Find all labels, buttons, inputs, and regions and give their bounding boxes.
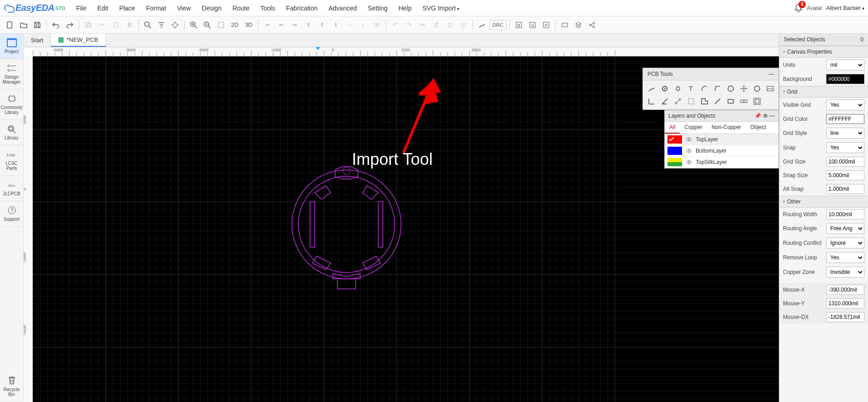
share-button[interactable] [586,19,598,31]
layers-panel[interactable]: Layers and Objects 📌 ⚙ — All Copper Non-… [664,110,779,169]
sidebar-jlcpcb[interactable]: JoLc JLCPCB [0,176,23,201]
align-right-button[interactable]: ➡ [288,19,301,31]
crosshair-button[interactable] [169,19,181,31]
menu-view[interactable]: View [172,2,196,15]
notifications-button[interactable]: 6 [794,4,803,13]
menu-fabrication[interactable]: Fabrication [281,2,323,15]
filter-button[interactable] [155,19,168,31]
find-button[interactable] [141,19,154,31]
menu-place[interactable]: Place [114,2,140,15]
menu-help[interactable]: Help [393,2,417,15]
routing-conflict-select[interactable]: Ignore [826,238,864,248]
layers-button[interactable] [572,19,585,31]
measure-tool[interactable] [711,95,724,108]
grid-size-input[interactable] [826,157,864,167]
layer-tab-all[interactable]: All [665,122,680,134]
units-select[interactable]: mil [826,60,864,70]
circle-tool[interactable] [724,82,737,95]
rotate-left-button[interactable]: ↶ [389,19,401,31]
dist-h-button[interactable]: ↔ [343,19,356,31]
layer-tab-noncopper[interactable]: Non-Copper [707,122,746,134]
grid-color-input[interactable]: #FFFFFF [826,114,864,124]
ungroup-tool[interactable] [750,95,763,108]
rotate-right-button[interactable]: ↷ [402,19,415,31]
pad-tool[interactable] [658,82,671,95]
canvas-origin-tool[interactable] [645,95,658,108]
menu-design[interactable]: Design [196,2,227,15]
tab-start[interactable]: Start [24,34,51,47]
pick-place-button[interactable]: P [540,19,552,31]
group-tool[interactable] [737,95,750,108]
cut-button[interactable]: ✂ [95,19,108,31]
snap-size-input[interactable] [826,170,864,180]
layer-row-bottom[interactable]: BottomLayer [665,145,778,157]
arc-center-tool[interactable] [711,82,724,95]
view-2d-button[interactable]: 2D [228,20,241,30]
solid-region-tool[interactable] [697,95,711,108]
connect-pad-tool[interactable] [671,95,684,108]
fit-button[interactable] [215,19,227,31]
layer-tab-object[interactable]: Object [746,122,771,134]
sidebar-support[interactable]: ? Support [0,201,23,227]
copper-area-tool[interactable] [684,95,697,108]
paste-button[interactable]: 📋 [109,19,122,31]
group-button[interactable]: ⊡ [443,19,456,31]
menu-advanced[interactable]: Advanced [323,2,362,15]
user-menu[interactable]: Albert Barber [826,5,864,11]
menu-edit[interactable]: Edit [92,2,114,15]
gear-icon[interactable]: ⚙ [763,113,768,119]
delete-button[interactable]: 🗑 [123,19,135,31]
menu-svg-import[interactable]: SVG Import [417,2,465,15]
rect-tool[interactable] [724,95,737,108]
eye-icon[interactable] [686,148,692,154]
eye-icon[interactable] [686,159,692,165]
minimize-icon[interactable]: — [768,71,774,77]
undo-button[interactable] [50,19,62,31]
redo-button[interactable] [63,19,76,31]
arc-tool[interactable] [697,82,711,95]
move-tool[interactable] [737,82,750,95]
ungroup-button[interactable]: ⊟ [457,19,470,31]
alt-snap-input[interactable] [826,184,864,194]
bom-button[interactable]: B [512,19,525,31]
copper-zone-select[interactable]: Invisible [826,267,864,278]
zoom-in-button[interactable] [187,19,200,31]
sidebar-lcsc-parts[interactable]: Lcsc LCSC Parts [0,145,23,176]
protractor-tool[interactable] [658,95,671,108]
copy-button[interactable] [82,19,95,31]
pin-icon[interactable]: 📌 [754,113,761,119]
layer-row-top[interactable]: TopLayer [665,134,778,145]
new-button[interactable] [4,19,16,31]
menu-file[interactable]: File [70,2,92,15]
drc-button[interactable]: DRC [489,20,507,30]
route-button[interactable] [476,19,488,31]
sidebar-recycle-bin[interactable]: Recycle Bin [0,371,23,402]
align-center-button[interactable]: ⬌ [275,19,287,31]
flip-h-button[interactable]: ⇋ [416,19,429,31]
via-tool[interactable] [671,82,684,95]
save-button[interactable] [31,19,44,31]
align-bottom-button[interactable]: ⬇ [329,19,342,31]
sidebar-design-manager[interactable]: Design Manager [0,59,23,89]
track-tool[interactable] [645,82,658,95]
remove-loop-select[interactable]: Yes [826,252,864,263]
align-grid-button[interactable]: ⊞ [370,19,383,31]
section-other[interactable]: Other [779,196,868,208]
view-3d-button[interactable]: 3D [242,20,256,30]
pcb-tools-panel[interactable]: PCB Tools— T [642,68,779,110]
align-middle-button[interactable]: ⬍ [316,19,328,31]
layer-row-topsilk[interactable]: TopSilkLayer [665,157,778,168]
menu-format[interactable]: Format [140,2,171,15]
routing-angle-select[interactable]: Free Ang [826,223,864,234]
layer1-button[interactable] [558,19,571,31]
align-top-button[interactable]: ⬆ [302,19,315,31]
layers-panel-header[interactable]: Layers and Objects 📌 ⚙ — [665,110,778,122]
sidebar-project[interactable]: Project [0,34,23,59]
align-left-button[interactable]: ⬅ [261,19,274,31]
menu-tools[interactable]: Tools [255,2,281,15]
sidebar-commonly-library[interactable]: Commonly Library [0,89,23,120]
grid-style-select[interactable]: line [826,128,864,139]
sidebar-library[interactable]: Library [0,120,23,145]
layer-tab-copper[interactable]: Copper [680,122,707,134]
routing-width-input[interactable] [826,209,864,219]
